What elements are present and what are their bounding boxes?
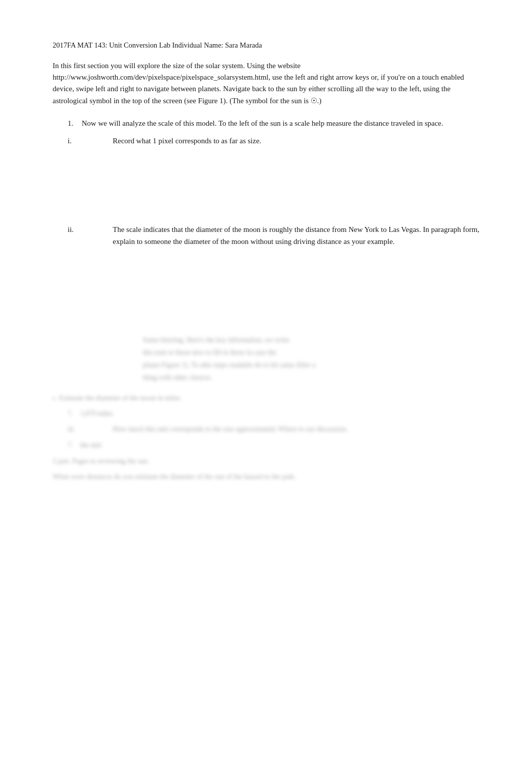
- blurred-item-2-1-num: 7.: [53, 408, 80, 419]
- blurred-items-3-container: iii. How much this unit corresponds to t…: [53, 424, 482, 435]
- blurred-item-4-1-content: the unit: [80, 440, 341, 451]
- answer-space-i: [53, 154, 482, 219]
- roman-item-ii: ii. The scale indicates that the diamete…: [53, 224, 482, 247]
- blurred-item-2-1-content: 1,079 miles: [80, 408, 341, 419]
- blurred-line-2: this note to those new to fill in those …: [143, 347, 443, 358]
- blurred-footer-2: When were distances do you estimate the …: [53, 471, 482, 482]
- blurred-block: Some blurring. Here's the key informatio…: [143, 335, 443, 383]
- roman-item-i-content: Record what 1 pixel corresponds to as fa…: [113, 135, 482, 147]
- roman-item-i: i. Record what 1 pixel corresponds to as…: [53, 135, 482, 147]
- doc-title: 2017FA MAT 143: Unit Conversion Lab Indi…: [53, 40, 482, 51]
- blurred-roman-3-1-content: How much this unit corresponds to the si…: [113, 424, 373, 435]
- blurred-item-4-1: 7. the unit: [53, 440, 482, 451]
- numbered-item-1: 1. Now we will analyze the scale of this…: [68, 118, 482, 129]
- numbered-list: 1. Now we will analyze the scale of this…: [68, 118, 482, 129]
- blurred-line-4: thing with other choices.: [143, 372, 443, 383]
- blurred-item-2-1: 7. 1,079 miles: [53, 408, 482, 419]
- roman-item-i-num: i.: [53, 135, 113, 147]
- blurred-line-3: planet Figure 1). To athe steps readable…: [143, 360, 443, 370]
- blurred-line-1: Some blurring. Here's the key informatio…: [143, 335, 443, 345]
- roman-item-ii-content: The scale indicates that the diameter of…: [113, 224, 482, 247]
- blurred-roman-3-1: iii. How much this unit corresponds to t…: [53, 424, 482, 435]
- blurred-roman-3-1-num: iii.: [53, 424, 113, 435]
- intro-paragraph: In this first section you will explore t…: [53, 60, 482, 107]
- numbered-item-1-num: 1.: [68, 118, 82, 129]
- blurred-item-4-1-num: 7.: [53, 440, 80, 451]
- blurred-footer-1: 2 part. Pages to reviewing the sun.: [53, 456, 482, 466]
- answer-space-ii: [53, 254, 482, 330]
- roman-list: i. Record what 1 pixel corresponds to as…: [53, 135, 482, 330]
- blurred-items-2-container: 7. 1,079 miles: [53, 408, 482, 419]
- numbered-item-1-content: Now we will analyze the scale of this mo…: [82, 118, 482, 129]
- blurred-items-4-container: 7. the unit: [53, 440, 482, 451]
- blurred-section-label: c. Estimate the diameter of the moon in …: [53, 393, 482, 403]
- roman-item-ii-num: ii.: [53, 224, 113, 247]
